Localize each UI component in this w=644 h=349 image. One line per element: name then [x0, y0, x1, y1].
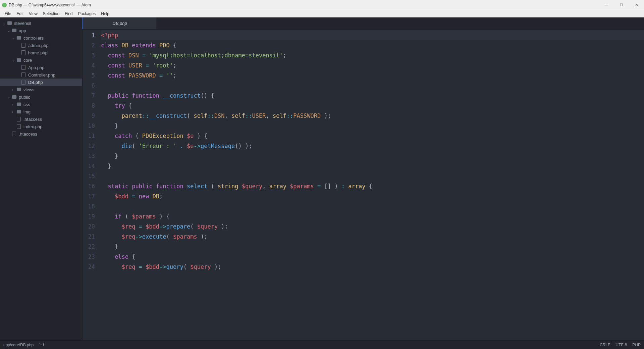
code-line[interactable]	[101, 201, 644, 211]
tree-file-home-php[interactable]: home.php	[0, 49, 82, 56]
line-number[interactable]: 8	[83, 101, 95, 111]
tab-db-php[interactable]: DB.php	[83, 17, 156, 29]
close-button[interactable]: ✕	[629, 0, 644, 10]
line-number[interactable]: 20	[83, 221, 95, 232]
menu-packages[interactable]: Packages	[75, 11, 99, 17]
tree-folder-controllers[interactable]: ⌄controllers	[0, 34, 82, 42]
tabbar: DB.php	[83, 17, 644, 30]
status-line-ending[interactable]: CRLF	[600, 343, 610, 347]
code-line[interactable]: $req->execute( $params );	[101, 232, 644, 242]
tree-item-label: img	[23, 109, 31, 114]
code-line[interactable]: try {	[101, 101, 644, 111]
status-path[interactable]: app\core\DB.php	[3, 343, 34, 347]
menu-help[interactable]: Help	[98, 11, 112, 17]
code-line[interactable]: die( 'Erreur : ' . $e->getMessage() );	[101, 141, 644, 151]
line-number[interactable]: 22	[83, 242, 95, 252]
line-number[interactable]: 15	[83, 171, 95, 181]
code-content[interactable]: <?phpclass DB extends PDO { const DSN = …	[101, 30, 644, 340]
line-number[interactable]: 10	[83, 121, 95, 131]
code-line[interactable]: class DB extends PDO {	[101, 40, 644, 50]
maximize-button[interactable]: ☐	[614, 0, 629, 10]
code-line[interactable]: static public function select ( string $…	[101, 181, 644, 191]
tree-folder-core[interactable]: ⌄core	[0, 56, 82, 64]
status-cursor[interactable]: 1:1	[39, 343, 45, 347]
tree-folder-img[interactable]: ›img	[0, 108, 82, 115]
tree-file--htaccess[interactable]: .htaccess	[0, 130, 82, 138]
chevron-right-icon[interactable]: ›	[12, 110, 15, 114]
chevron-down-icon[interactable]: ⌄	[7, 29, 11, 33]
file-tree[interactable]: ⌄stevensil⌄app⌄controllersadmin.phphome.…	[0, 17, 83, 340]
line-number[interactable]: 18	[83, 201, 95, 211]
code-line[interactable]: const USER = 'root';	[101, 60, 644, 70]
menu-file[interactable]: File	[2, 11, 14, 17]
tree-file-Controller-php[interactable]: Controller.php	[0, 71, 82, 79]
tree-file-App-php[interactable]: App.php	[0, 64, 82, 71]
tree-file--htaccess[interactable]: .htaccess	[0, 115, 82, 123]
tree-file-admin-php[interactable]: admin.php	[0, 42, 82, 49]
line-number[interactable]: 6	[83, 81, 95, 91]
line-number[interactable]: 21	[83, 232, 95, 242]
line-number[interactable]: 4	[83, 60, 95, 70]
folder-icon	[16, 36, 21, 40]
atom-logo-icon	[2, 3, 7, 7]
tree-folder-stevensil[interactable]: ⌄stevensil	[0, 19, 82, 27]
code-line[interactable]: <?php	[101, 30, 644, 40]
line-number[interactable]: 7	[83, 91, 95, 101]
menu-selection[interactable]: Selection	[40, 11, 62, 17]
code-area[interactable]: 123456789101112131415161718192021222324 …	[83, 30, 644, 340]
code-line[interactable]: public function __construct() {	[101, 91, 644, 101]
chevron-down-icon[interactable]: ⌄	[3, 21, 6, 25]
line-number[interactable]: 17	[83, 191, 95, 201]
code-line[interactable]: if ( $params ) {	[101, 211, 644, 221]
line-number[interactable]: 3	[83, 50, 95, 60]
status-language[interactable]: PHP	[632, 343, 641, 347]
line-number[interactable]: 16	[83, 181, 95, 191]
tree-folder-views[interactable]: ›views	[0, 86, 82, 93]
code-line[interactable]: const PASSWORD = '';	[101, 70, 644, 81]
chevron-down-icon[interactable]: ⌄	[12, 36, 15, 40]
tree-folder-app[interactable]: ⌄app	[0, 27, 82, 34]
chevron-right-icon[interactable]: ›	[12, 103, 15, 106]
line-number[interactable]: 2	[83, 40, 95, 50]
line-number[interactable]: 14	[83, 161, 95, 171]
line-number[interactable]: 23	[83, 252, 95, 262]
line-number[interactable]: 5	[83, 70, 95, 81]
menu-edit[interactable]: Edit	[14, 11, 26, 17]
menu-find[interactable]: Find	[62, 11, 75, 17]
line-number[interactable]: 9	[83, 111, 95, 121]
tree-file-DB-php[interactable]: DB.php	[0, 79, 82, 86]
line-number[interactable]: 11	[83, 131, 95, 141]
folder-icon	[16, 109, 21, 114]
line-number[interactable]: 13	[83, 151, 95, 161]
code-line[interactable]: }	[101, 121, 644, 131]
file-icon	[16, 117, 21, 121]
code-line[interactable]: }	[101, 151, 644, 161]
line-number[interactable]: 24	[83, 262, 95, 272]
code-line[interactable]: }	[101, 161, 644, 171]
chevron-down-icon[interactable]: ⌄	[7, 95, 11, 99]
code-line[interactable]: $req = $bdd->query( $query );	[101, 262, 644, 272]
tree-folder-public[interactable]: ⌄public	[0, 93, 82, 101]
code-line[interactable]	[101, 81, 644, 91]
tree-file-index-php[interactable]: index.php	[0, 123, 82, 130]
tree-item-label: home.php	[28, 50, 48, 55]
status-encoding[interactable]: UTF-8	[615, 343, 627, 347]
code-line[interactable]: catch ( PDOException $e ) {	[101, 131, 644, 141]
minimize-button[interactable]: ―	[599, 0, 614, 10]
line-number[interactable]: 19	[83, 211, 95, 221]
code-line[interactable]: const DSN = 'mysql:host=localhost;dbname…	[101, 50, 644, 60]
code-line[interactable]: else {	[101, 252, 644, 262]
chevron-down-icon[interactable]: ⌄	[12, 58, 15, 62]
code-line[interactable]: }	[101, 242, 644, 252]
tree-folder-css[interactable]: ›css	[0, 101, 82, 108]
menu-view[interactable]: View	[26, 11, 40, 17]
code-line[interactable]	[101, 171, 644, 181]
chevron-right-icon[interactable]: ›	[12, 88, 15, 92]
code-line[interactable]: $req = $bdd->prepare( $query );	[101, 221, 644, 232]
tree-item-label: css	[23, 102, 30, 107]
code-line[interactable]: parent::__construct( self::DSN, self::US…	[101, 111, 644, 121]
file-icon	[21, 65, 26, 70]
line-number[interactable]: 1	[83, 30, 95, 40]
line-number[interactable]: 12	[83, 141, 95, 151]
code-line[interactable]: $bdd = new DB;	[101, 191, 644, 201]
